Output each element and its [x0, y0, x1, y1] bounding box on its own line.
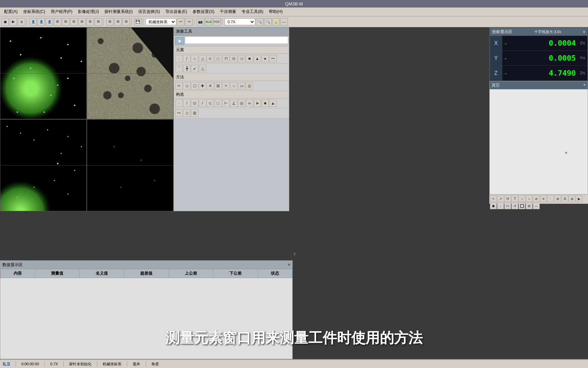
- const-circle[interactable]: ⊙: [191, 99, 198, 107]
- toolbar-btn-15[interactable]: ⚙: [122, 18, 130, 26]
- tool-freehand[interactable]: ⌒: [175, 65, 183, 72]
- toolbar-btn-pdf[interactable]: PDF: [213, 18, 220, 26]
- menu-pro-tools[interactable]: 专业工具(B): [239, 8, 266, 15]
- coord-tool-xy[interactable]: XY: [504, 202, 511, 209]
- menu-export[interactable]: 导出设备(E): [163, 8, 190, 15]
- tool-rect[interactable]: □: [214, 55, 222, 62]
- coord-tool-14[interactable]: ⏹: [490, 202, 497, 209]
- toolbar-btn-4[interactable]: 👤: [29, 18, 37, 26]
- tool-triangle[interactable]: ▲: [254, 55, 261, 62]
- coord-tool-15[interactable]: ↓: [497, 202, 504, 209]
- method-scissors[interactable]: ✂: [175, 82, 183, 90]
- const-square[interactable]: ■: [261, 99, 269, 107]
- tool-wave[interactable]: 〜: [269, 55, 277, 62]
- tool-ring[interactable]: ⊙: [230, 55, 238, 62]
- method-rect2[interactable]: ▭: [238, 82, 245, 90]
- menu-probe[interactable]: 探针测量系统(I): [102, 8, 135, 15]
- tool-circle[interactable]: ○: [191, 55, 198, 62]
- toolbar-btn-settings2[interactable]: —: [280, 18, 288, 26]
- tool-line[interactable]: /: [183, 55, 191, 62]
- coord-tool-12[interactable]: ⊕: [569, 195, 575, 202]
- toolbar-btn-1[interactable]: ⏹: [1, 18, 9, 26]
- measure-search-input[interactable]: [185, 36, 288, 44]
- coord-tool-18[interactable]: ⊞: [526, 202, 533, 209]
- toolbar-btn-2[interactable]: ▶: [10, 18, 17, 26]
- const-h[interactable]: ⊢: [222, 99, 230, 107]
- menu-config[interactable]: 配置(A): [1, 8, 20, 15]
- toolbar-btn-12[interactable]: ⚙: [95, 18, 102, 26]
- toolbar-btn-11[interactable]: ⚙: [86, 18, 94, 26]
- const-triangle[interactable]: ▲: [269, 99, 277, 107]
- toolbar-btn-save[interactable]: 💾: [134, 18, 142, 26]
- toolbar-btn-6[interactable]: 👤: [46, 18, 53, 26]
- const-arrow[interactable]: ➤: [254, 99, 261, 107]
- zoom-select[interactable]: 0.7X 1.0X 2.0X: [225, 18, 255, 25]
- toolbar-btn-5[interactable]: 👤: [37, 18, 45, 26]
- const-link[interactable]: ∞: [246, 99, 253, 107]
- coordinate-system-select[interactable]: 机械坐标系 工件坐标系: [146, 18, 176, 25]
- coord-tool-6[interactable]: ○: [526, 195, 533, 202]
- tool-cross[interactable]: ╋: [183, 65, 191, 72]
- viewport-topright[interactable]: [87, 27, 174, 119]
- coord-tool-8[interactable]: ✕: [540, 195, 547, 202]
- coord-tool-4[interactable]: T: [511, 195, 518, 202]
- menu-params[interactable]: 参数设置(S): [190, 8, 217, 15]
- const-rect[interactable]: □: [214, 99, 222, 107]
- toolbar-btn-13[interactable]: ⚙: [106, 18, 114, 26]
- coord-tool-5[interactable]: ○: [519, 195, 525, 202]
- tool-diamond[interactable]: ◇: [238, 55, 245, 62]
- viewport-bottomright[interactable]: [87, 119, 174, 211]
- menu-interference[interactable]: 干涉测量: [217, 8, 239, 15]
- toolbar-btn-7[interactable]: ⚙: [54, 18, 61, 26]
- tool-triangle2[interactable]: △: [199, 65, 206, 72]
- toolbar-btn-excel[interactable]: XLS: [205, 18, 212, 26]
- toolbar-btn-3[interactable]: ⏸: [18, 18, 25, 26]
- measure-panel-icon-btn[interactable]: 📋: [175, 37, 184, 45]
- other-close[interactable]: ×: [583, 82, 586, 88]
- menu-language[interactable]: 语言选择(S): [135, 8, 163, 15]
- tool-arrow[interactable]: ↙: [191, 65, 198, 72]
- coord-tool-19[interactable]: —: [533, 202, 540, 209]
- method-plus2[interactable]: +: [222, 82, 230, 90]
- tool-arc[interactable]: △: [199, 55, 206, 62]
- coord-tool-16[interactable]: ↺: [511, 202, 518, 209]
- toolbar-btn-capture[interactable]: 📷: [197, 18, 204, 26]
- tool-ellipse[interactable]: ⊂: [207, 55, 214, 62]
- method-x[interactable]: ✕: [207, 82, 214, 90]
- coord-tool-13[interactable]: ▶: [576, 195, 583, 202]
- coord-tool-1[interactable]: ↖: [490, 195, 497, 202]
- data-panel-close[interactable]: ×: [288, 262, 290, 267]
- toolbar-btn-9[interactable]: ⚙: [70, 18, 78, 26]
- viewport-topleft[interactable]: [0, 27, 87, 119]
- const-arc[interactable]: /: [199, 99, 206, 107]
- coord-tool-7[interactable]: ⊘: [533, 195, 540, 202]
- coord-tool-3[interactable]: H: [504, 195, 511, 202]
- const-diamond2[interactable]: ◇: [183, 109, 191, 117]
- toolbar-btn-14[interactable]: ⚙: [114, 18, 122, 26]
- coord-tool-17[interactable]: 🔲: [519, 202, 525, 209]
- coord-tool-10[interactable]: ⊕: [554, 195, 561, 202]
- menu-coord-system[interactable]: 坐标系统(C): [20, 8, 48, 15]
- toolbar-btn-zoom-in[interactable]: 🔍: [256, 18, 263, 26]
- toolbar-btn-redo[interactable]: ↪: [185, 18, 193, 26]
- const-ellipse[interactable]: ⊂: [207, 99, 214, 107]
- toolbar-btn-light[interactable]: 💡: [272, 18, 280, 26]
- menu-help[interactable]: 帮助(H): [266, 8, 285, 15]
- toolbar-btn-8[interactable]: ⚙: [62, 18, 69, 26]
- method-diamond2[interactable]: ⬡: [191, 82, 198, 90]
- tool-blob[interactable]: ●: [261, 55, 269, 62]
- menu-image[interactable]: 影像处理(J): [75, 8, 102, 15]
- const-table[interactable]: ⊞: [191, 109, 198, 117]
- method-diamond[interactable]: ◇: [183, 82, 191, 90]
- tool-square[interactable]: ■: [246, 55, 253, 62]
- method-plus[interactable]: ✚: [199, 82, 206, 90]
- viewport-bottomleft[interactable]: [0, 119, 87, 211]
- menu-user-prog[interactable]: 用户程序(P): [48, 8, 75, 15]
- toolbar-btn-10[interactable]: ⚙: [78, 18, 86, 26]
- method-target[interactable]: ◎: [246, 82, 253, 90]
- toolbar-btn-undo[interactable]: ↩: [177, 18, 184, 26]
- const-wave[interactable]: 〜: [175, 109, 183, 117]
- coord-tool-9[interactable]: ·: [547, 195, 554, 202]
- tool-rect2[interactable]: ⊓: [222, 55, 230, 62]
- coord-tool-2[interactable]: ↗: [497, 195, 504, 202]
